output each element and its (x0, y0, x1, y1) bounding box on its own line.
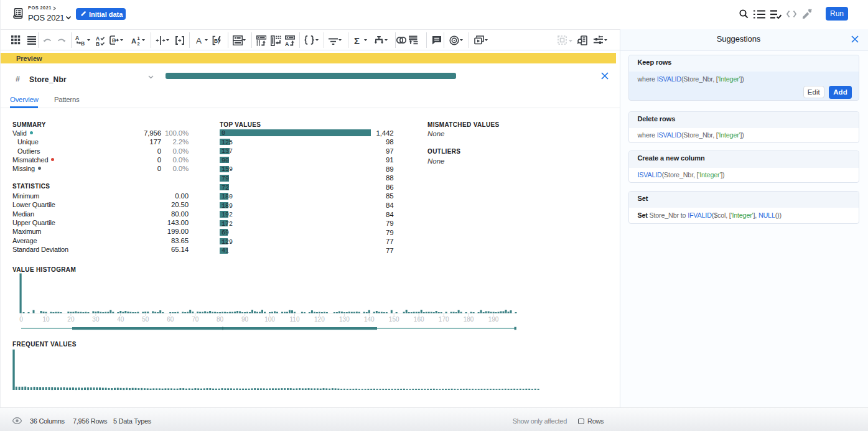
svg-text:50: 50 (142, 316, 149, 323)
svg-text:40: 40 (117, 316, 124, 323)
svg-text:30: 30 (92, 316, 100, 323)
svg-text:110: 110 (290, 316, 300, 323)
svg-text:A: A (131, 37, 136, 44)
svg-text:A: A (196, 36, 202, 45)
svg-text:170: 170 (439, 316, 449, 323)
svg-text:60: 60 (167, 316, 174, 323)
svg-text:140: 140 (364, 316, 375, 323)
svg-text:80: 80 (217, 316, 224, 323)
svg-text:A: A (285, 40, 289, 46)
svg-text:10: 10 (42, 316, 50, 323)
svg-text:130: 130 (339, 316, 350, 323)
svg-text:0: 0 (19, 316, 23, 323)
svg-text:Σ: Σ (354, 35, 360, 45)
svg-text:20: 20 (67, 316, 75, 323)
svg-text:2: 2 (137, 41, 139, 46)
svg-text:180: 180 (464, 316, 474, 323)
svg-text:A: A (75, 35, 79, 41)
svg-text:160: 160 (414, 316, 424, 323)
svg-text:100: 100 (264, 316, 275, 323)
svg-text:B: B (81, 40, 85, 46)
svg-text:190: 190 (488, 316, 499, 323)
svg-text:150: 150 (389, 316, 399, 323)
svg-text:120: 120 (314, 316, 325, 323)
svg-text:1: 1 (137, 35, 139, 41)
svg-text:B: B (96, 40, 100, 46)
svg-text:90: 90 (241, 316, 249, 323)
svg-text:B: B (214, 38, 218, 44)
svg-text:70: 70 (192, 316, 199, 323)
